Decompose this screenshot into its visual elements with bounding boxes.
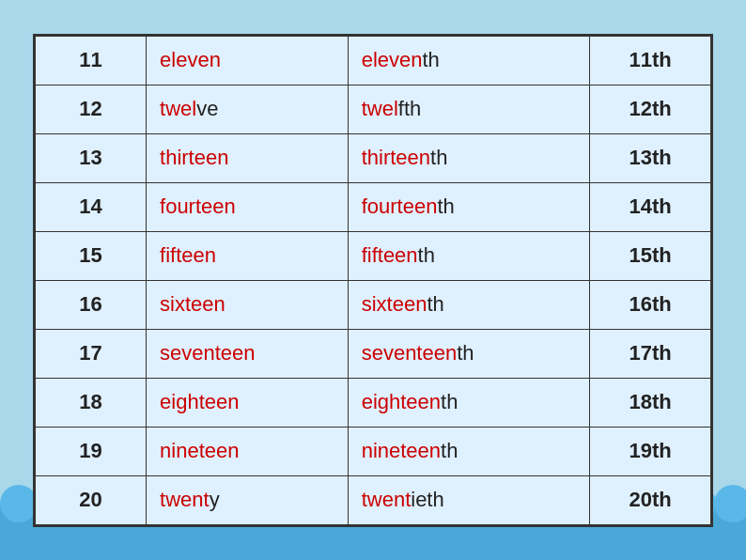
table-row: 13thirteenthirteenth13th xyxy=(36,133,711,182)
table-row: 12twelvetwelfth12th xyxy=(36,85,711,133)
abbreviation-cell: 11th xyxy=(590,36,711,85)
word-cell: eleven xyxy=(147,36,349,85)
number-cell: 17 xyxy=(36,329,147,378)
table-row: 18eighteeneighteenth18th xyxy=(36,378,711,427)
number-cell: 13 xyxy=(36,133,147,182)
abbreviation-cell: 14th xyxy=(590,182,711,231)
number-cell: 16 xyxy=(36,280,147,329)
numbers-table: 11eleveneleventh11th12twelvetwelfth12th1… xyxy=(35,36,711,525)
word-cell: twenty xyxy=(147,475,349,524)
word-cell: thirteen xyxy=(147,133,349,182)
ordinal-cell: fourteenth xyxy=(348,182,590,231)
ordinal-cell: twentieth xyxy=(348,475,590,524)
abbreviation-cell: 12th xyxy=(590,85,711,133)
main-table-wrapper: 11eleveneleventh11th12twelvetwelfth12th1… xyxy=(33,34,713,527)
number-cell: 15 xyxy=(36,231,147,280)
ordinal-cell: nineteenth xyxy=(348,427,590,475)
table-row: 11eleveneleventh11th xyxy=(36,36,711,85)
number-cell: 14 xyxy=(36,182,147,231)
word-cell: fifteen xyxy=(147,231,349,280)
word-cell: fourteen xyxy=(147,182,349,231)
word-cell: sixteen xyxy=(147,280,349,329)
word-cell: nineteen xyxy=(147,427,349,475)
table-row: 14fourteenfourteenth14th xyxy=(36,182,711,231)
abbreviation-cell: 17th xyxy=(590,329,711,378)
abbreviation-cell: 13th xyxy=(590,133,711,182)
ordinal-cell: seventeenth xyxy=(348,329,590,378)
table-row: 15fifteenfifteenth15th xyxy=(36,231,711,280)
abbreviation-cell: 15th xyxy=(590,231,711,280)
table-row: 20twentytwentieth20th xyxy=(36,475,711,524)
number-cell: 11 xyxy=(36,36,147,85)
table-row: 17seventeenseventeenth17th xyxy=(36,329,711,378)
abbreviation-cell: 20th xyxy=(590,475,711,524)
ordinal-cell: eleventh xyxy=(348,36,590,85)
word-cell: twelve xyxy=(147,85,349,133)
table-row: 19nineteennineteenth19th xyxy=(36,427,711,475)
ordinal-cell: thirteenth xyxy=(348,133,590,182)
ordinal-cell: eighteenth xyxy=(348,378,590,427)
ordinal-cell: sixteenth xyxy=(348,280,590,329)
number-cell: 19 xyxy=(36,427,147,475)
table-row: 16sixteensixteenth16th xyxy=(36,280,711,329)
word-cell: eighteen xyxy=(147,378,349,427)
word-cell: seventeen xyxy=(147,329,349,378)
ordinal-cell: fifteenth xyxy=(348,231,590,280)
number-cell: 20 xyxy=(36,475,147,524)
ordinal-cell: twelfth xyxy=(348,85,590,133)
abbreviation-cell: 18th xyxy=(590,378,711,427)
abbreviation-cell: 19th xyxy=(590,427,711,475)
abbreviation-cell: 16th xyxy=(590,280,711,329)
number-cell: 18 xyxy=(36,378,147,427)
number-cell: 12 xyxy=(36,85,147,133)
